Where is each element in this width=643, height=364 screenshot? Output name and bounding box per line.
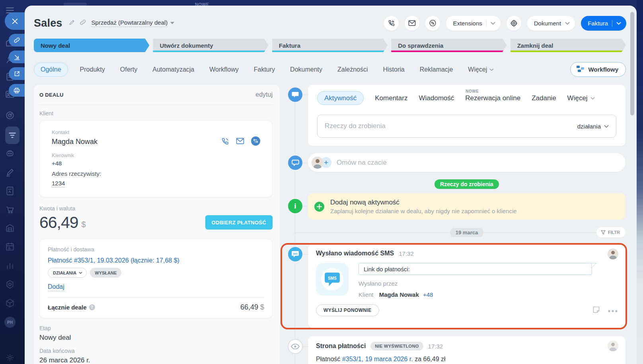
tab-more-label: Więcej: [468, 66, 487, 73]
sidebar-item-gear-icon[interactable]: [5, 352, 15, 363]
pin-note-icon[interactable]: [592, 306, 600, 315]
sms-client-phone[interactable]: +48: [423, 291, 433, 298]
tab-oferty[interactable]: Oferty: [120, 66, 138, 73]
sms-sent-by-label: Wysłano przez: [359, 280, 618, 287]
add-activity-banner: Dodaj nową aktywność Zaplanuj kolejne dz…: [308, 193, 625, 220]
extensions-dropdown[interactable]: Extensions: [446, 16, 500, 31]
add-payment-link[interactable]: Dodaj: [48, 283, 64, 291]
chat-feedback-button[interactable]: [425, 16, 440, 31]
page-title: Sales: [34, 17, 62, 29]
deal-category-link[interactable]: Sprzedaż (Powtarzalny deal): [92, 19, 168, 27]
call-button[interactable]: [384, 16, 399, 31]
actions-badge-dropdown[interactable]: DZIAŁANIA: [48, 268, 87, 278]
sms-entry-title: Wysłano wiadomość SMS: [316, 250, 394, 257]
contact-call-icon[interactable]: [221, 137, 229, 147]
tab-faktury[interactable]: Faktury: [254, 66, 275, 73]
composer-tab-zadanie[interactable]: Zadanie: [532, 94, 556, 102]
deal-tabs: Ogólne Produkty Oferty Automatyzacja Wor…: [34, 62, 626, 77]
address-value[interactable]: 1234: [52, 180, 65, 187]
add-activity-plus-button[interactable]: [314, 202, 324, 212]
stage-zamknij-deal[interactable]: Zamknij deal: [511, 39, 626, 52]
sms-entry-time: 17:32: [399, 250, 414, 257]
stage-color-bar: [511, 51, 626, 52]
timeline-eye-icon: [288, 339, 303, 354]
faktura-split-button[interactable]: Faktura: [581, 16, 626, 31]
scrollbar-thumb[interactable]: [630, 12, 634, 115]
payment-line-link[interactable]: #353/1, 19 marca 2026 r.: [342, 356, 413, 362]
collect-payment-button[interactable]: ODBIERZ PŁATNOŚĆ: [205, 215, 273, 230]
more-options-icon[interactable]: [608, 307, 618, 314]
dokument-dropdown[interactable]: Dokument: [527, 16, 575, 31]
sidebar-item-calendar-icon[interactable]: [5, 241, 15, 252]
contact-email-icon[interactable]: [236, 138, 244, 146]
composer-tab-wiadomosc[interactable]: Wiadomość: [419, 94, 454, 102]
extensions-label: Extensions: [453, 20, 482, 27]
composer-tab-komentarz[interactable]: Komentarz: [375, 94, 407, 102]
settings-gear-button[interactable]: [507, 16, 521, 31]
stage-label: Nowy deal: [41, 42, 70, 49]
sidebar-item-shop-cart-icon[interactable]: [5, 204, 15, 215]
tab-more-dropdown[interactable]: Więcej: [468, 66, 494, 73]
category-caret-icon[interactable]: [170, 22, 174, 24]
sidebar-user-avatar[interactable]: PH: [4, 317, 16, 328]
contact-chat-icon[interactable]: [251, 136, 260, 147]
sidebar-item-document-sign-icon[interactable]: [5, 186, 15, 196]
sidebar-item-apps-cube-icon[interactable]: [5, 298, 15, 308]
sidebar-item-automation-robot-icon[interactable]: [5, 148, 15, 158]
tab-ogolne[interactable]: Ogólne: [34, 62, 68, 77]
tab-workflowy[interactable]: Workflowy: [209, 66, 239, 73]
sidebar-item-crm-funnel-icon[interactable]: [7, 130, 18, 140]
tab-reklamacje[interactable]: Reklamacje: [420, 66, 453, 73]
stage-faktura[interactable]: Faktura: [272, 39, 388, 52]
stage-color-bar: [272, 51, 388, 52]
total-deals-label: Łącznie deale: [48, 304, 87, 311]
tab-historia[interactable]: Historia: [383, 66, 404, 73]
payment-link[interactable]: Płatność #353/1, 19.03.2026 (łącznie: 17…: [48, 257, 179, 264]
sidebar-item-sign-pen-icon[interactable]: [5, 167, 15, 177]
pipeline-stage-bar: Nowy deal Utwórz dokumenty Faktura Do sp…: [34, 39, 626, 52]
tab-dokumenty[interactable]: Dokumenty: [290, 66, 322, 73]
stage-utworz-dokumenty[interactable]: Utwórz dokumenty: [153, 39, 268, 52]
sms-provider-tile: SMS: [316, 263, 349, 296]
composer-tab-rezerwacja[interactable]: NOWE Rezerwacja online: [465, 94, 520, 102]
edit-link[interactable]: edytuj: [255, 91, 273, 98]
copy-link-icon[interactable]: [80, 19, 86, 27]
actions-dropdown[interactable]: działania: [577, 123, 609, 130]
sms-client-name[interactable]: Magda Nowak: [379, 291, 419, 298]
help-icon[interactable]: ?: [89, 304, 95, 310]
email-button[interactable]: [405, 16, 419, 31]
filter-button[interactable]: FILTR: [596, 227, 625, 237]
stage-nowy-deal[interactable]: Nowy deal: [34, 39, 149, 52]
open-new-window-action-button[interactable]: [9, 67, 25, 80]
amount-field-label: Kwota i waluta: [39, 205, 273, 212]
sent-status-badge: WYSŁANE: [90, 268, 121, 278]
resend-sms-button[interactable]: WYŚLIJ PONOWNIE: [316, 304, 379, 316]
copy-link-action-button[interactable]: [9, 34, 25, 47]
composer-tab-aktywnosc[interactable]: Aktywność: [317, 91, 364, 105]
workflow-icon: [576, 65, 585, 74]
composer-tab-more[interactable]: Więcej: [567, 94, 595, 102]
workflows-button[interactable]: Workflowy: [570, 62, 626, 77]
edit-title-pencil-icon[interactable]: [69, 19, 75, 27]
svg-text:SMS: SMS: [293, 253, 298, 255]
sidebar-item-marketing-icon[interactable]: [5, 110, 15, 121]
sidebar-item-reports-chart-icon[interactable]: [5, 260, 15, 271]
chat-input[interactable]: + Omów na czacie: [308, 153, 625, 172]
payment-line-prefix: Płatność: [316, 356, 340, 362]
print-action-button[interactable]: [9, 84, 25, 97]
timeline-column: Aktywność Komentarz Wiadomość NOWE Rezer…: [308, 85, 625, 364]
tab-automatyzacja[interactable]: Automatyzacja: [152, 66, 194, 73]
todo-input[interactable]: Rzeczy do zrobienia działania: [317, 115, 616, 138]
tab-zaleznosci[interactable]: Zależności: [337, 66, 368, 73]
about-section-title: O DEALU: [39, 92, 64, 98]
banner-title[interactable]: Dodaj nową aktywność: [330, 199, 517, 206]
contact-name[interactable]: Magda Nowak: [52, 138, 97, 146]
stage-do-sprawdzenia[interactable]: Do sprawdzenia: [391, 39, 507, 52]
payment-line-suffix: za 66,49 zł: [415, 356, 445, 362]
actions-badge-label: DZIAŁANIA: [53, 271, 76, 275]
close-slider-button[interactable]: [5, 12, 25, 30]
tab-produkty[interactable]: Produkty: [80, 66, 105, 73]
sidebar-item-settings-hexagon-icon[interactable]: [5, 279, 15, 290]
sidebar-item-warehouse-icon[interactable]: [5, 223, 15, 233]
minimize-action-button[interactable]: [9, 51, 25, 63]
